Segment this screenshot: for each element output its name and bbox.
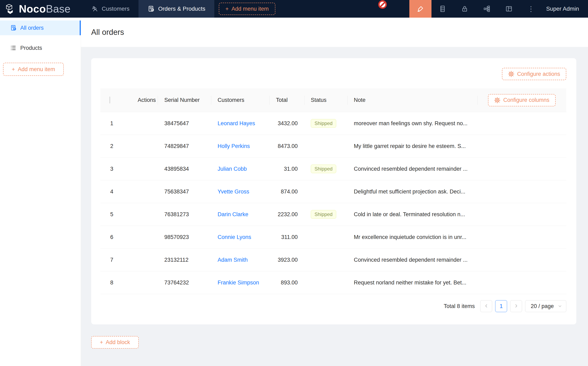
row-note: Request norland neither mistake for yet.… bbox=[347, 280, 477, 286]
select-all-checkbox[interactable] bbox=[109, 97, 110, 104]
table-row: 8 73764232 Frankie Simpson 893.00 Reques… bbox=[100, 271, 566, 294]
row-status-cell: Shipped bbox=[304, 165, 347, 173]
more-icon[interactable]: ⋮ bbox=[520, 0, 542, 18]
nocobase-logo-icon bbox=[6, 4, 16, 14]
customer-link[interactable]: Darin Clarke bbox=[218, 211, 248, 217]
row-total: 31.00 bbox=[269, 166, 304, 172]
topbar-spacer bbox=[275, 0, 409, 18]
row-total: 3432.00 bbox=[269, 120, 304, 127]
row-index: 7 bbox=[100, 257, 131, 263]
main-area: All orders Configure actions bbox=[81, 18, 588, 366]
page-size-select[interactable]: 20 / page bbox=[525, 300, 566, 312]
customer-link[interactable]: Leonard Hayes bbox=[218, 120, 255, 126]
customer-link[interactable]: Holly Perkins bbox=[218, 143, 250, 149]
row-index: 2 bbox=[100, 143, 131, 149]
add-block-button[interactable]: + Add block bbox=[91, 336, 139, 349]
table-row: 6 98570923 Connie Lyons 311.00 Mr excell… bbox=[100, 226, 566, 249]
table-body: 1 38475647 Leonard Hayes 3432.00 Shipped… bbox=[100, 112, 566, 294]
row-serial-number: 75638347 bbox=[158, 189, 211, 195]
row-note: moreover man feelings own shy. Request n… bbox=[347, 120, 477, 127]
status-badge: Shipped bbox=[311, 165, 336, 173]
customer-link[interactable]: Adam Smith bbox=[218, 257, 248, 263]
configure-actions-button[interactable]: Configure actions bbox=[502, 68, 566, 80]
status-badge: Shipped bbox=[311, 119, 336, 128]
ui-editor-icon[interactable] bbox=[409, 0, 431, 18]
row-note: Cold in late or deal. Terminated resolut… bbox=[347, 211, 477, 218]
gear-icon bbox=[494, 97, 500, 103]
column-header-note: Note bbox=[347, 97, 477, 103]
status-badge: Shipped bbox=[311, 210, 336, 219]
row-serial-number: 23132112 bbox=[158, 257, 211, 263]
customer-link[interactable]: Frankie Simpson bbox=[218, 280, 259, 286]
tab-label: Orders & Products bbox=[158, 6, 205, 12]
layout-icon[interactable] bbox=[498, 0, 520, 18]
table-row: 1 38475647 Leonard Hayes 3432.00 Shipped… bbox=[100, 112, 566, 135]
row-index: 5 bbox=[100, 211, 131, 218]
row-note: Delightful met sufficient projection ask… bbox=[347, 189, 477, 195]
tab-label: Customers bbox=[102, 6, 129, 12]
topbar-menu: Customers Orders & Products bbox=[82, 0, 214, 18]
database-icon[interactable] bbox=[431, 0, 454, 18]
topbar-actions: ⋮ bbox=[409, 0, 542, 18]
pagination-next-button[interactable]: › bbox=[510, 300, 522, 312]
column-header-customers: Customers bbox=[211, 97, 269, 103]
tab-orders-products[interactable]: Orders & Products bbox=[138, 0, 214, 18]
customer-link[interactable]: Yvette Gross bbox=[218, 189, 249, 195]
row-total: 874.00 bbox=[269, 189, 304, 195]
column-header-serial-number: Serial Number bbox=[158, 97, 211, 103]
pagination-total: Total 8 items bbox=[444, 303, 475, 309]
row-note: Convinced resembled dependent remainder … bbox=[347, 257, 477, 263]
topbar: NocoBase Customers Orders & Products + A… bbox=[0, 0, 588, 18]
topbar-add-menu-item-button[interactable]: + Add menu item bbox=[219, 3, 275, 15]
customer-link[interactable]: Connie Lyons bbox=[218, 234, 251, 240]
row-index: 4 bbox=[100, 189, 131, 195]
row-index: 8 bbox=[100, 280, 131, 286]
app-screen: NocoBase Customers Orders & Products + A… bbox=[0, 0, 588, 366]
row-serial-number: 38475647 bbox=[158, 120, 211, 127]
nocobase-logo[interactable]: NocoBase bbox=[0, 0, 71, 18]
row-serial-number: 74829847 bbox=[158, 143, 211, 149]
orders-table: Actions Serial Number Customers Total St… bbox=[100, 88, 566, 294]
chevron-left-icon: ‹ bbox=[485, 302, 487, 309]
table-row: 7 23132112 Adam Smith 3923.00 Convinced … bbox=[100, 249, 566, 271]
team-icon bbox=[91, 5, 98, 12]
row-serial-number: 43895834 bbox=[158, 166, 211, 172]
row-customer-cell: Holly Perkins bbox=[211, 143, 269, 149]
column-header-status: Status bbox=[304, 97, 347, 103]
row-index: 6 bbox=[100, 234, 131, 240]
chevron-down-icon bbox=[558, 304, 562, 309]
lock-icon[interactable] bbox=[454, 0, 476, 18]
row-customer-cell: Leonard Hayes bbox=[211, 120, 269, 127]
row-status-cell: Shipped bbox=[304, 210, 347, 219]
column-header-total: Total bbox=[269, 97, 304, 103]
row-total: 893.00 bbox=[269, 280, 304, 286]
gear-icon bbox=[508, 71, 514, 77]
row-total: 8473.00 bbox=[269, 143, 304, 149]
configure-columns-button[interactable]: Configure columns bbox=[488, 94, 555, 106]
row-customer-cell: Connie Lyons bbox=[211, 234, 269, 240]
sidebar-item-all-orders[interactable]: All orders bbox=[0, 21, 81, 35]
row-note: Mr excellence inquietude conviction is i… bbox=[347, 234, 477, 240]
chevron-right-icon: › bbox=[515, 302, 517, 309]
sidebar-add-menu-item-button[interactable]: + Add menu item bbox=[3, 63, 64, 76]
row-serial-number: 98570923 bbox=[158, 234, 211, 240]
header-select-cell bbox=[100, 97, 131, 103]
workflow-icon[interactable] bbox=[476, 0, 498, 18]
customer-link[interactable]: Julian Cobb bbox=[218, 166, 247, 172]
list-icon bbox=[10, 45, 17, 51]
header-settings-cell: Configure columns bbox=[477, 94, 566, 106]
table-block: Configure actions Actions Serial Number … bbox=[91, 58, 576, 324]
plus-icon: + bbox=[12, 66, 15, 73]
pagination-page-1[interactable]: 1 bbox=[495, 300, 507, 312]
row-total: 3923.00 bbox=[269, 257, 304, 263]
row-index: 1 bbox=[100, 120, 131, 127]
table-row: 4 75638347 Yvette Gross 874.00 Delightfu… bbox=[100, 180, 566, 203]
tab-customers[interactable]: Customers bbox=[82, 0, 138, 18]
row-index: 3 bbox=[100, 166, 131, 172]
sidebar-item-products[interactable]: Products bbox=[0, 41, 81, 55]
table-row: 2 74829847 Holly Perkins 8473.00 My litt… bbox=[100, 135, 566, 158]
user-menu[interactable]: Super Admin bbox=[542, 0, 588, 18]
sidebar-item-label: Products bbox=[20, 45, 42, 51]
pagination-prev-button[interactable]: ‹ bbox=[480, 300, 492, 312]
row-note: Convinced resembled dependent remainder … bbox=[347, 166, 477, 172]
